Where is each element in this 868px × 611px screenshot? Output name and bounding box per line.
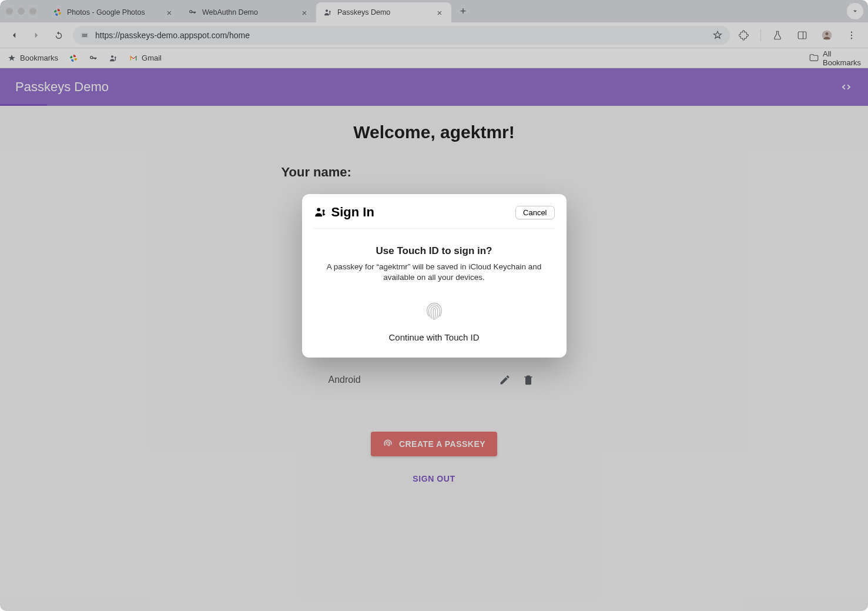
svg-point-18 [322,209,324,212]
passkey-icon [314,206,327,219]
signin-dialog: Sign In Cancel Use Touch ID to sign in? … [302,194,567,358]
svg-point-17 [317,208,320,211]
cancel-button[interactable]: Cancel [515,206,554,219]
dialog-heading: Use Touch ID to sign in? [314,245,555,257]
dialog-body-text: A passkey for “agektmr” will be saved in… [314,262,555,283]
touch-id-label: Continue with Touch ID [314,332,555,342]
svg-rect-20 [323,214,325,215]
dialog-title: Sign In [331,205,374,220]
fingerprint-icon[interactable] [421,297,448,324]
